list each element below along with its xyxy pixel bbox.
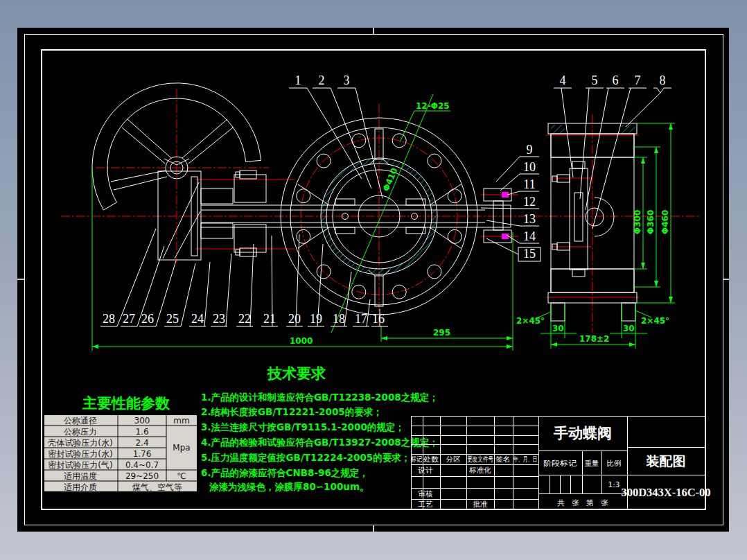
tb-label-change-doc: 更改文件号 bbox=[467, 455, 493, 463]
title-block: 标记 处数 分区 更改文件号 签名 年、月、日 设计 标准化 审核 工艺 批准 … bbox=[410, 416, 710, 509]
callout-10: 10 bbox=[523, 160, 536, 174]
dim-flange-thk-left: 30 bbox=[552, 324, 564, 333]
dim-flange-od: Φ460 bbox=[660, 210, 670, 234]
param-unit-celsius: ℃ bbox=[177, 471, 186, 481]
desktop-background: { "colors": { "line_red": "#ff0000", "di… bbox=[0, 0, 747, 560]
param-value-6: 29~250 bbox=[125, 471, 159, 481]
tech-req-item-1: 1.产品的设计和制造应符合GB/T12238-2008之规定； bbox=[201, 392, 439, 403]
param-name-5: 密封试验压力(气) bbox=[48, 460, 112, 470]
callout-13: 13 bbox=[523, 212, 536, 226]
param-value-2: 1.6 bbox=[135, 427, 148, 437]
tb-label-weight: 重量 bbox=[585, 459, 599, 467]
callout-20: 20 bbox=[288, 312, 301, 326]
param-value-1: 300 bbox=[134, 416, 150, 426]
callout-23: 23 bbox=[213, 312, 225, 326]
callout-6: 6 bbox=[613, 73, 619, 87]
callout-4: 4 bbox=[560, 73, 566, 87]
tb-scale-value: 1:3 bbox=[608, 480, 620, 489]
tech-req-item-2: 2.结构长度按GB/T12221-2005的要求； bbox=[201, 406, 383, 417]
dim-structure-length: 178±2 bbox=[579, 334, 609, 344]
tech-requirements: 技术要求 1.产品的设计和制造应符合GB/T12238-2008之规定； 2.结… bbox=[201, 365, 439, 492]
param-name-4: 密封试验压力(水) bbox=[48, 449, 112, 459]
left-foot bbox=[551, 303, 565, 321]
callout-16: 16 bbox=[372, 312, 385, 326]
dim-seal-face: Φ360 bbox=[646, 210, 656, 234]
tb-label-count: 处数 bbox=[423, 455, 439, 463]
dim-bolt-holes: 12-Φ25 bbox=[416, 101, 450, 111]
tb-label-design: 设计 bbox=[418, 466, 434, 474]
param-name-3: 壳体试验压力(水) bbox=[48, 438, 112, 448]
param-value-5: 0.4~0.7 bbox=[125, 460, 159, 470]
parameters-table: 主要性能参数 公称通径 300 mm 公称压力 1.6 壳体试验压力(水) 2.… bbox=[44, 395, 197, 492]
parameters-table-title: 主要性能参数 bbox=[82, 395, 170, 412]
tb-label-mark: 标记 bbox=[410, 455, 422, 463]
dim-chamfer-left: 2×45° bbox=[516, 316, 545, 326]
tb-label-scale: 比例 bbox=[607, 459, 622, 467]
callout-11: 11 bbox=[523, 177, 535, 191]
callout-12: 12 bbox=[523, 195, 536, 209]
param-unit-mm: mm bbox=[173, 416, 189, 426]
tech-req-item-4: 4.产品的检验和试验应符合GB/T13927-2008之规定； bbox=[201, 437, 439, 448]
callout-28: 28 bbox=[103, 312, 115, 326]
callout-19: 19 bbox=[310, 312, 322, 326]
param-unit-mpa: Mpa bbox=[173, 443, 190, 453]
callout-26: 26 bbox=[141, 312, 154, 326]
tech-req-item-6b: 涂漆为浅绿色，涂膜厚80∽100um。 bbox=[209, 481, 369, 492]
callout-18: 18 bbox=[333, 312, 345, 326]
param-name-6: 适用温度 bbox=[64, 471, 97, 481]
callout-24: 24 bbox=[191, 312, 204, 326]
tech-req-item-5: 5.压力温度额定值按GB/T12224-2005的要求； bbox=[201, 452, 410, 463]
param-name-7: 适用介质 bbox=[64, 482, 97, 492]
callout-27: 27 bbox=[123, 312, 135, 326]
cad-drawing: 12-Φ25 Φ410 1000 295 30 30 178±2 2×45° 2… bbox=[0, 0, 747, 560]
param-name-2: 公称压力 bbox=[64, 427, 97, 437]
tb-product-name: 手动蝶阀 bbox=[553, 425, 612, 441]
callout-5: 5 bbox=[592, 73, 598, 87]
tb-label-zone: 分区 bbox=[446, 455, 462, 463]
tech-requirements-title: 技术要求 bbox=[267, 365, 326, 382]
param-name-1: 公称通径 bbox=[64, 416, 97, 426]
tb-label-standard: 标准化 bbox=[468, 466, 491, 474]
callout-25: 25 bbox=[166, 312, 179, 326]
callout-22: 22 bbox=[238, 312, 251, 326]
pin-highlight-bottom bbox=[502, 234, 509, 239]
param-value-7: 煤气、空气等 bbox=[132, 482, 182, 492]
tb-label-sign: 签名 bbox=[496, 455, 511, 463]
callout-8: 8 bbox=[660, 73, 666, 87]
callout-15: 15 bbox=[523, 247, 536, 261]
tb-sheets: 共 张 第 张 bbox=[557, 498, 608, 507]
disc-section bbox=[570, 168, 588, 270]
shaft-section bbox=[586, 208, 604, 226]
callout-7: 7 bbox=[635, 73, 641, 87]
param-value-4: 1.76 bbox=[133, 449, 152, 459]
callout-3: 3 bbox=[344, 73, 350, 87]
tb-drawing-no: 300D343X-16C-00 bbox=[621, 486, 710, 499]
callout-17: 17 bbox=[355, 312, 367, 326]
dim-bore: Φ300 bbox=[633, 210, 642, 234]
callout-layer: 1 2 3 4 5 6 7 8 9 10 11 12 13 14 15 28 2… bbox=[100, 73, 671, 326]
centerlines bbox=[61, 89, 701, 333]
dim-overall-length: 1000 bbox=[290, 336, 313, 346]
tb-label-process: 工艺 bbox=[418, 500, 434, 508]
callout-2: 2 bbox=[319, 73, 325, 87]
param-value-3: 2.4 bbox=[135, 438, 148, 448]
tb-label-date: 年、月、日 bbox=[513, 455, 537, 463]
dim-flange-thk-right: 30 bbox=[623, 324, 635, 333]
tb-sheet-name: 装配图 bbox=[646, 453, 686, 469]
tech-req-item-3: 3.法兰连接尺寸按GB/T9115.1-2000的规定； bbox=[201, 421, 405, 432]
callout-9: 9 bbox=[527, 143, 533, 157]
callout-1: 1 bbox=[295, 73, 301, 87]
callout-14: 14 bbox=[523, 229, 536, 243]
tech-req-item-6: 6.产品的涂漆应符合CNB8-96之规定， bbox=[201, 467, 369, 478]
tb-label-check: 审核 bbox=[419, 489, 434, 498]
right-foot bbox=[622, 303, 635, 321]
tb-label-stage: 阶段标记 bbox=[543, 459, 577, 467]
dim-center-to-end: 295 bbox=[433, 328, 450, 338]
tb-label-approve: 批准 bbox=[473, 500, 489, 508]
callout-21: 21 bbox=[263, 312, 276, 326]
dim-chamfer-right: 2×45° bbox=[641, 316, 669, 326]
